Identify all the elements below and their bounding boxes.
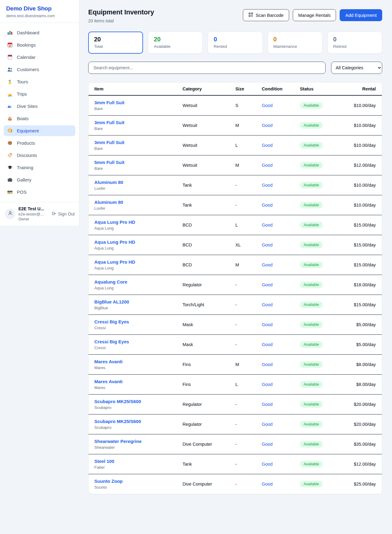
item-condition[interactable]: Good <box>259 235 297 255</box>
item-rental: $10.00/day <box>350 95 382 116</box>
item-link[interactable]: Suunto Zoop <box>94 479 123 484</box>
item-size: - <box>232 454 258 474</box>
table-row: Suunto Zoop Suunto Dive Computer - Good … <box>89 474 382 494</box>
item-condition[interactable]: Good <box>259 414 297 434</box>
item-condition[interactable]: Good <box>259 195 297 215</box>
item-condition[interactable]: Good <box>259 135 297 155</box>
sidebar-item-dashboard[interactable]: Dashboard <box>4 27 75 38</box>
sidebar-item-label: Discounts <box>17 153 37 158</box>
item-condition[interactable]: Good <box>259 95 297 116</box>
search-input[interactable] <box>88 62 326 74</box>
status-badge: Available <box>300 361 323 368</box>
item-condition[interactable]: Good <box>259 454 297 474</box>
item-condition[interactable]: Good <box>259 175 297 195</box>
item-link[interactable]: Aluminum 80 <box>94 200 123 205</box>
item-size: - <box>232 335 258 355</box>
item-link[interactable]: Cressi Big Eyes <box>94 319 129 324</box>
sign-out-button[interactable]: Sign Out <box>51 211 75 217</box>
item-condition[interactable]: Good <box>259 116 297 135</box>
equipment-icon <box>7 128 13 134</box>
item-link[interactable]: 3mm Full Suit <box>94 140 124 145</box>
item-link[interactable]: Mares Avanti <box>94 379 123 384</box>
item-condition[interactable]: Good <box>259 215 297 235</box>
item-link[interactable]: Steel 100 <box>94 459 114 464</box>
column-header-category: Category <box>179 82 232 95</box>
sidebar-item-training[interactable]: Training <box>4 162 75 173</box>
manage-rentals-button[interactable]: Manage Rentals <box>293 9 336 21</box>
item-link[interactable]: Shearwater Peregrine <box>94 439 141 444</box>
item-condition[interactable]: Good <box>259 434 297 454</box>
item-link[interactable]: Aqua Lung Pro HD <box>94 219 135 225</box>
item-condition[interactable]: Good <box>259 474 297 494</box>
sidebar-item-gallery[interactable]: Gallery <box>4 174 75 185</box>
item-condition[interactable]: Good <box>259 155 297 175</box>
stat-card-retired[interactable]: 0 Retired <box>327 32 382 54</box>
item-rental: $12.00/day <box>350 155 382 175</box>
item-link[interactable]: Aqua Lung Pro HD <box>94 259 135 265</box>
item-condition[interactable]: Good <box>259 335 297 355</box>
item-size: M <box>232 155 258 175</box>
column-header-item: Item <box>89 82 179 95</box>
sidebar-item-products[interactable]: Products <box>4 138 75 148</box>
item-link[interactable]: Scubapro MK25/S600 <box>94 419 141 424</box>
stat-card-total[interactable]: 20 Total <box>88 32 143 54</box>
item-condition[interactable]: Good <box>259 355 297 375</box>
stat-value: 20 <box>154 36 197 43</box>
item-category: Tank <box>179 454 232 474</box>
item-brand: Aqua Lung <box>94 286 176 290</box>
sidebar-item-equipment[interactable]: Equipment <box>4 125 75 136</box>
item-link[interactable]: 3mm Full Suit <box>94 120 124 125</box>
item-condition[interactable]: Good <box>259 255 297 275</box>
table-row: 3mm Full Suit Bare Wetsuit M Good Availa… <box>89 116 382 135</box>
sidebar-item-bookings[interactable]: 17 Bookings <box>4 40 75 50</box>
item-link[interactable]: Aluminum 80 <box>94 180 123 185</box>
status-badge: Available <box>300 401 323 408</box>
sidebar-item-customers[interactable]: Customers <box>4 64 75 75</box>
sidebar-item-trips[interactable]: Trips <box>4 89 75 99</box>
item-link[interactable]: 3mm Full Suit <box>94 100 124 105</box>
item-condition[interactable]: Good <box>259 275 297 295</box>
item-link[interactable]: Cressi Big Eyes <box>94 339 129 344</box>
add-equipment-button[interactable]: Add Equipment <box>340 9 382 21</box>
sidebar-item-calendar[interactable]: Calendar <box>4 52 75 63</box>
status-badge: Available <box>300 162 323 169</box>
sidebar-item-discounts[interactable]: Discounts <box>4 150 75 161</box>
sidebar-nav: Dashboard 17 Bookings Calendar Customers… <box>0 23 79 202</box>
item-size: - <box>232 395 258 414</box>
scan-barcode-button[interactable]: Scan Barcode <box>243 9 289 21</box>
customers-icon <box>7 67 13 72</box>
sidebar-item-boats[interactable]: Boats <box>4 113 75 124</box>
stat-card-available[interactable]: 20 Available <box>148 32 203 54</box>
sidebar-item-label: Gallery <box>17 177 32 182</box>
item-link[interactable]: Aqua Lung Pro HD <box>94 239 135 245</box>
sidebar-item-pos[interactable]: POS <box>4 187 75 197</box>
item-brand: Cressi <box>94 326 176 330</box>
status-badge: Available <box>300 301 323 308</box>
category-filter-select[interactable]: All Categories <box>331 62 382 74</box>
item-category: BCD <box>179 235 232 255</box>
table-row: Scubapro MK25/S600 Scubapro Regulator - … <box>89 414 382 434</box>
item-link[interactable]: Scubapro MK25/S600 <box>94 399 141 404</box>
item-condition[interactable]: Good <box>259 295 297 315</box>
status-badge: Available <box>300 102 323 109</box>
sidebar-item-dive-sites[interactable]: Dive Sites <box>4 101 75 112</box>
column-header-size: Size <box>232 82 258 95</box>
item-condition[interactable]: Good <box>259 395 297 414</box>
item-rental: $15.00/day <box>350 215 382 235</box>
stat-label: Total <box>94 44 137 49</box>
stat-card-rented[interactable]: 0 Rented <box>208 32 262 54</box>
sidebar-item-tours[interactable]: Tours <box>4 76 75 87</box>
item-brand: Luxfer <box>94 186 176 191</box>
item-link[interactable]: 5mm Full Suit <box>94 160 124 165</box>
table-row: Shearwater Peregrine Shearwater Dive Com… <box>89 434 382 454</box>
item-link[interactable]: Mares Avanti <box>94 359 123 364</box>
item-condition[interactable]: Good <box>259 315 297 335</box>
item-link[interactable]: Aqualung Core <box>94 279 127 284</box>
item-condition[interactable]: Good <box>259 375 297 395</box>
item-link[interactable]: BigBlue AL1200 <box>94 299 129 304</box>
stat-card-maintenance[interactable]: 0 Maintenance <box>268 32 322 54</box>
avatar <box>5 209 15 219</box>
item-category: Regulator <box>179 414 232 434</box>
item-category: Mask <box>179 335 232 355</box>
person-icon <box>7 210 13 217</box>
